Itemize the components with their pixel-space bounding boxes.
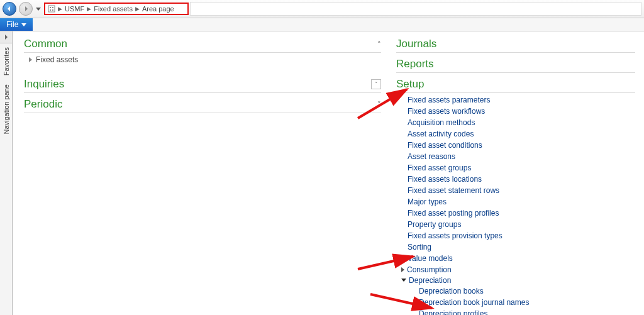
right-column: Journals Reports Setup Fixed assets para… bbox=[396, 35, 635, 314]
depreciation-link[interactable]: Depreciation books bbox=[419, 285, 635, 297]
setup-links: Fixed assets parameters Fixed assets wor… bbox=[396, 93, 635, 315]
setup-group-consumption[interactable]: Consumption bbox=[401, 264, 635, 275]
svg-rect-0 bbox=[48, 6, 55, 12]
chevron-up-icon: ˄ bbox=[377, 40, 381, 48]
svg-rect-1 bbox=[50, 7, 51, 8]
file-menu[interactable]: File bbox=[0, 18, 33, 31]
setup-link[interactable]: Fixed assets locations bbox=[408, 174, 635, 185]
setup-link[interactable]: Asset activity codes bbox=[408, 128, 635, 140]
svg-rect-3 bbox=[50, 9, 51, 11]
chevron-down-icon: ˅ bbox=[377, 101, 381, 109]
section-journals-title: Journals bbox=[396, 38, 436, 50]
favorites-expand-button[interactable] bbox=[0, 31, 12, 43]
depreciation-link[interactable]: Depreciation profiles bbox=[419, 308, 635, 315]
chevron-right-icon: ▶ bbox=[135, 6, 140, 12]
section-reports[interactable]: Reports bbox=[396, 55, 635, 73]
left-column: Common ˄ Fixed assets Inquiries ˅ Period… bbox=[24, 35, 381, 314]
section-common[interactable]: Common ˄ bbox=[24, 35, 381, 53]
chevron-right-icon: ▶ bbox=[58, 6, 62, 12]
setup-link[interactable]: Fixed asset conditions bbox=[408, 140, 635, 151]
section-reports-title: Reports bbox=[396, 58, 434, 70]
section-setup[interactable]: Setup bbox=[396, 75, 635, 93]
file-menu-label: File bbox=[6, 20, 18, 29]
section-inquiries[interactable]: Inquiries ˅ bbox=[24, 75, 381, 93]
workspace: Favorites Navigation pane Common ˄ Fixed… bbox=[0, 31, 644, 315]
breadcrumb-company[interactable]: USMF bbox=[65, 5, 84, 13]
favorites-pane-label: Favorites bbox=[3, 47, 10, 75]
depreciation-link[interactable]: Depreciation book journal names bbox=[419, 297, 635, 308]
address-bar-remainder[interactable] bbox=[190, 2, 641, 16]
setup-link[interactable]: Fixed assets workflows bbox=[408, 106, 635, 117]
chevron-right-icon: ▶ bbox=[87, 6, 91, 12]
history-dropdown[interactable] bbox=[35, 2, 42, 16]
setup-link[interactable]: Fixed asset posting profiles bbox=[408, 207, 635, 219]
setup-link[interactable]: Fixed assets provision types bbox=[408, 230, 635, 241]
common-item-label: Fixed assets bbox=[36, 55, 78, 64]
section-journals[interactable]: Journals bbox=[396, 35, 635, 53]
setup-group-label: Depreciation bbox=[409, 276, 451, 285]
setup-group-label: Consumption bbox=[407, 265, 452, 274]
breadcrumb-module[interactable]: Fixed assets bbox=[94, 5, 133, 13]
breadcrumb-root-icon bbox=[48, 5, 55, 13]
breadcrumb-page[interactable]: Area page bbox=[142, 5, 174, 13]
setup-link[interactable]: Acquisition methods bbox=[408, 117, 635, 128]
setup-link[interactable]: Fixed assets parameters bbox=[408, 94, 635, 106]
setup-group-depreciation[interactable]: Depreciation bbox=[401, 275, 635, 285]
address-bar: ▶ USMF ▶ Fixed assets ▶ Area page bbox=[0, 0, 644, 18]
expand-icon bbox=[401, 267, 404, 272]
setup-link[interactable]: Value models bbox=[408, 253, 635, 264]
back-button[interactable] bbox=[3, 2, 16, 16]
favorites-pane-collapsed[interactable]: Favorites Navigation pane bbox=[0, 31, 13, 315]
navigation-pane-label: Navigation pane bbox=[3, 84, 10, 135]
setup-link[interactable]: Asset reasons bbox=[408, 151, 635, 162]
ribbon: File bbox=[0, 18, 644, 31]
chevron-down-icon bbox=[21, 23, 26, 26]
collapse-icon bbox=[401, 279, 406, 282]
section-setup-title: Setup bbox=[396, 78, 424, 91]
area-page-content: Common ˄ Fixed assets Inquiries ˅ Period… bbox=[13, 31, 644, 315]
svg-rect-4 bbox=[52, 9, 53, 11]
setup-link[interactable]: Major types bbox=[408, 196, 635, 207]
section-periodic[interactable]: Periodic ˅ bbox=[24, 96, 381, 113]
common-item-fixed-assets[interactable]: Fixed assets bbox=[24, 53, 381, 67]
setup-link[interactable]: Fixed asset groups bbox=[408, 162, 635, 174]
chevron-down-icon[interactable]: ˅ bbox=[371, 79, 381, 89]
expand-icon bbox=[29, 57, 32, 62]
svg-rect-2 bbox=[52, 7, 53, 8]
section-periodic-title: Periodic bbox=[24, 98, 62, 111]
section-common-title: Common bbox=[24, 38, 67, 50]
breadcrumb[interactable]: ▶ USMF ▶ Fixed assets ▶ Area page bbox=[44, 3, 189, 15]
setup-link[interactable]: Sorting bbox=[408, 241, 635, 253]
setup-link[interactable]: Property groups bbox=[408, 219, 635, 230]
forward-button[interactable] bbox=[19, 2, 33, 16]
setup-link[interactable]: Fixed asset statement rows bbox=[408, 185, 635, 196]
section-inquiries-title: Inquiries bbox=[24, 78, 64, 91]
